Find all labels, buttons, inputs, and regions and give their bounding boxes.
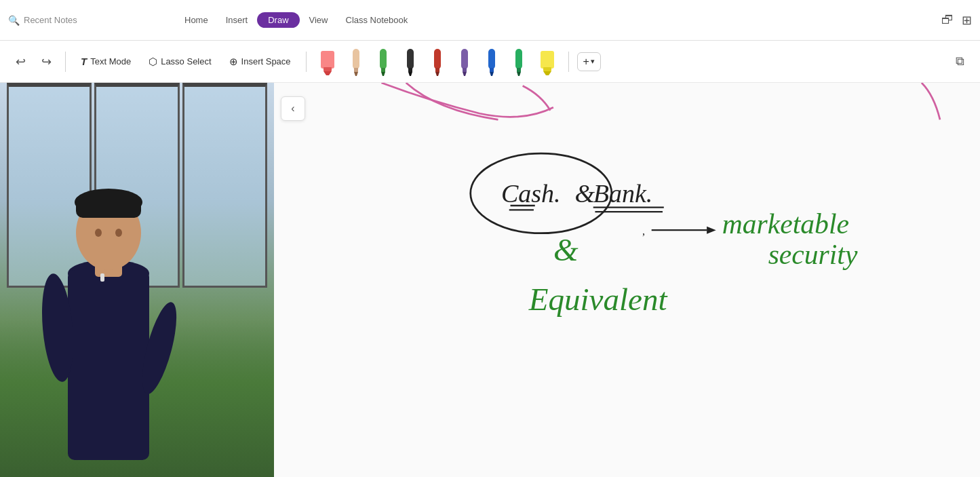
divider-2 [306, 52, 307, 72]
purple-pen-tool[interactable] [453, 47, 476, 76]
svg-rect-22 [517, 68, 521, 72]
cash-text: Cash. [501, 179, 561, 208]
svg-rect-0 [321, 51, 334, 69]
svg-rect-18 [488, 49, 495, 69]
insert-space-icon: ⊕ [229, 56, 238, 68]
tab-insert[interactable]: Insert [218, 12, 256, 28]
blue-pen-tool[interactable] [480, 47, 503, 76]
redo-button[interactable]: ↪ [35, 51, 57, 73]
green-ampersand: & [553, 232, 579, 267]
svg-rect-19 [490, 68, 494, 72]
top-right-curve [922, 83, 940, 119]
undo-button[interactable]: ↩ [9, 51, 31, 73]
handwriting-canvas: Cash. & Bank. , marketable security & [274, 83, 980, 477]
svg-rect-12 [434, 49, 441, 69]
svg-rect-13 [435, 68, 439, 72]
lasso-icon: ⬡ [149, 56, 157, 68]
video-panel [0, 83, 274, 477]
nav-tabs: Home Insert Draw View Class Notebook [176, 12, 416, 28]
svg-rect-6 [380, 49, 387, 69]
green-pen-2-tool[interactable] [507, 47, 530, 76]
svg-rect-28 [68, 270, 149, 460]
search-icon: 🔍 [8, 15, 20, 26]
lasso-label: Lasso Select [161, 56, 211, 66]
chevron-down-icon: ▾ [591, 57, 595, 66]
svg-rect-21 [515, 49, 522, 69]
text-mode-label: Text Mode [90, 56, 131, 66]
notebook-panel: ‹ Cash. & Bank. [274, 83, 980, 477]
svg-marker-23 [517, 72, 521, 76]
expand-icon[interactable]: ⊞ [962, 13, 972, 28]
svg-marker-17 [463, 72, 467, 76]
svg-rect-34 [76, 197, 141, 218]
lasso-select-button[interactable]: ⬡ Lasso Select [142, 52, 218, 71]
svg-marker-20 [490, 72, 494, 76]
svg-marker-14 [435, 72, 439, 76]
copy-button[interactable]: ⧉ [949, 51, 971, 73]
comma-before-arrow: , [642, 225, 645, 237]
marketable-text: marketable [722, 208, 849, 240]
svg-rect-24 [541, 51, 554, 69]
back-icon: ‹ [291, 102, 294, 115]
plus-icon: + [583, 56, 589, 68]
svg-rect-37 [100, 273, 104, 282]
main-content: ‹ Cash. & Bank. [0, 83, 980, 477]
security-text: security [768, 239, 858, 270]
window-controls: 🗗 ⊞ [941, 13, 972, 28]
red-highlighter-tool[interactable] [315, 47, 340, 76]
text-mode-button[interactable]: T Text Mode [74, 52, 138, 71]
draw-toolbar: ↩ ↪ T Text Mode ⬡ Lasso Select ⊕ Insert … [0, 41, 980, 83]
green-pen-tool[interactable] [372, 47, 395, 76]
tab-draw[interactable]: Draw [257, 12, 299, 28]
svg-marker-8 [381, 72, 385, 76]
svg-point-36 [115, 229, 122, 237]
yellow-highlighter-tool[interactable] [534, 47, 560, 76]
svg-marker-2 [324, 71, 332, 75]
and-symbol: & [575, 179, 595, 208]
bank-text: Bank. [593, 179, 653, 208]
svg-rect-7 [381, 68, 385, 72]
svg-rect-16 [463, 68, 467, 72]
tab-home[interactable]: Home [176, 12, 216, 28]
black-pen-tool[interactable] [399, 47, 422, 76]
tab-class-notebook[interactable]: Class Notebook [338, 12, 416, 28]
notebook-background: ‹ Cash. & Bank. [274, 83, 980, 477]
svg-rect-25 [543, 67, 551, 71]
svg-rect-15 [461, 49, 468, 69]
svg-marker-5 [354, 72, 358, 76]
back-button[interactable]: ‹ [281, 96, 305, 121]
top-curve-3 [523, 86, 551, 111]
svg-rect-10 [408, 68, 412, 72]
search-label: Recent Notes [24, 15, 77, 25]
arrow-head [707, 227, 716, 234]
svg-rect-3 [353, 49, 359, 69]
dark-red-pen-tool[interactable] [426, 47, 449, 76]
svg-marker-11 [408, 72, 412, 76]
search-area: 🔍 Recent Notes [8, 15, 117, 26]
add-pen-button[interactable]: + ▾ [577, 52, 601, 71]
copy-icon: ⧉ [956, 54, 964, 69]
equivalent-text: Equivalent [528, 282, 669, 317]
orange-pen-tool[interactable] [345, 47, 368, 76]
insert-space-label: Insert Space [241, 56, 291, 66]
svg-marker-26 [543, 71, 551, 75]
svg-rect-1 [324, 67, 332, 71]
toolbar: 🔍 Recent Notes Home Insert Draw View Cla… [0, 0, 980, 41]
insert-space-button[interactable]: ⊕ Insert Space [222, 52, 298, 71]
text-mode-icon: T [81, 56, 87, 67]
svg-rect-9 [407, 49, 414, 69]
divider-3 [568, 52, 569, 72]
divider-1 [65, 52, 66, 72]
minimize-icon[interactable]: 🗗 [941, 13, 954, 27]
svg-point-35 [95, 229, 102, 237]
svg-rect-4 [354, 68, 358, 72]
tab-view[interactable]: View [301, 12, 336, 28]
